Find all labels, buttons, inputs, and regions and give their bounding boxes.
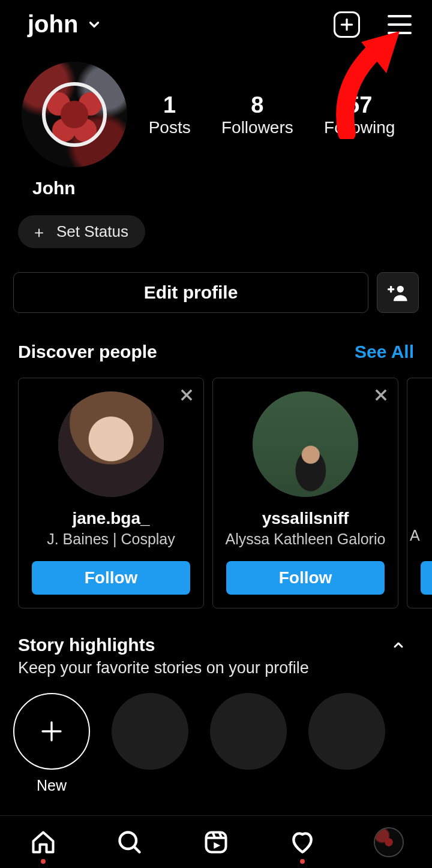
add-person-icon [388, 284, 408, 302]
profile-header: john [0, 0, 432, 44]
new-highlight-label: New [37, 777, 67, 794]
notification-dot [41, 859, 46, 864]
highlights-header[interactable]: Story highlights [0, 608, 432, 655]
follow-button[interactable] [421, 561, 432, 595]
person-subtitle: Alyssa Kathleen Galorio [226, 531, 386, 548]
discover-header: Discover people See All [0, 313, 432, 362]
header-username: john [28, 11, 78, 38]
person-subtitle: A [410, 527, 420, 544]
stat-posts-label: Posts [149, 118, 191, 137]
nav-reels[interactable] [198, 824, 234, 860]
svg-point-3 [397, 286, 404, 293]
heart-icon [289, 829, 316, 855]
highlights-subtitle: Keep your favorite stories on your profi… [0, 655, 432, 677]
highlights-row: New [0, 677, 432, 794]
stat-followers-count: 8 [221, 92, 293, 118]
dismiss-card-button[interactable] [373, 387, 389, 406]
create-button[interactable] [334, 11, 360, 38]
profile-avatar[interactable] [22, 62, 127, 167]
profile-display-name: John [0, 167, 432, 198]
discover-people-list[interactable]: jane.bga_ J. Baines | Cosplay Follow yss… [0, 362, 432, 608]
plus-icon [40, 719, 64, 743]
plus-icon [339, 17, 355, 32]
highlight-placeholder [308, 693, 385, 770]
discover-title: Discover people [18, 342, 157, 362]
dismiss-card-button[interactable] [178, 387, 195, 406]
hamburger-line [388, 23, 412, 26]
chevron-down-icon [86, 17, 102, 32]
profile-action-row: Edit profile [0, 248, 432, 313]
new-highlight-button[interactable] [13, 693, 90, 770]
stat-followers[interactable]: 8 Followers [221, 92, 293, 137]
profile-stats: 1 Posts 8 Followers 57 Following [133, 92, 410, 137]
nav-home[interactable] [25, 824, 61, 860]
home-icon [30, 829, 56, 855]
plus-icon: ＋ [31, 224, 47, 240]
highlight-placeholder [112, 693, 188, 770]
hamburger-line [388, 32, 412, 34]
svg-rect-14 [206, 832, 226, 852]
notification-dot [300, 859, 305, 864]
svg-rect-5 [390, 286, 392, 293]
nav-search[interactable] [112, 824, 148, 860]
person-card: jane.bga_ J. Baines | Cosplay Follow [18, 378, 204, 608]
person-subtitle: J. Baines | Cosplay [47, 531, 175, 548]
person-avatar[interactable] [58, 391, 164, 497]
menu-button[interactable] [388, 15, 412, 34]
nav-avatar-icon [374, 827, 404, 857]
stat-following-count: 57 [324, 92, 395, 118]
stat-following-label: Following [324, 118, 395, 137]
close-icon [178, 387, 195, 403]
stat-followers-label: Followers [221, 118, 293, 137]
stat-posts[interactable]: 1 Posts [149, 92, 191, 137]
search-icon [116, 829, 143, 855]
stat-following[interactable]: 57 Following [324, 92, 395, 137]
see-all-link[interactable]: See All [355, 342, 414, 362]
follow-button[interactable]: Follow [226, 561, 385, 595]
header-actions [334, 11, 412, 38]
stat-posts-count: 1 [149, 92, 191, 118]
svg-line-13 [134, 846, 139, 852]
bottom-nav [0, 815, 432, 868]
set-status-button[interactable]: ＋ Set Status [18, 215, 145, 248]
svg-marker-18 [214, 842, 220, 849]
chevron-up-icon [391, 638, 406, 652]
person-username[interactable]: jane.bga_ [72, 509, 149, 528]
username-dropdown[interactable]: john [28, 11, 102, 38]
close-icon [373, 387, 389, 403]
person-username[interactable]: yssalilsniff [262, 509, 349, 528]
person-card: A [407, 378, 432, 608]
set-status-label: Set Status [56, 222, 128, 241]
discover-people-toggle[interactable] [377, 272, 419, 313]
highlight-new: New [13, 693, 90, 794]
nav-activity[interactable] [284, 824, 320, 860]
profile-summary-row: 1 Posts 8 Followers 57 Following [0, 44, 432, 167]
person-card: yssalilsniff Alyssa Kathleen Galorio Fol… [212, 378, 398, 608]
hamburger-line [388, 15, 412, 17]
person-avatar[interactable] [253, 391, 358, 497]
highlights-title: Story highlights [18, 635, 155, 655]
nav-profile[interactable] [371, 824, 407, 860]
edit-profile-button[interactable]: Edit profile [13, 272, 368, 313]
follow-button[interactable]: Follow [32, 561, 190, 595]
reels-icon [203, 829, 229, 855]
highlight-placeholder [210, 693, 287, 770]
